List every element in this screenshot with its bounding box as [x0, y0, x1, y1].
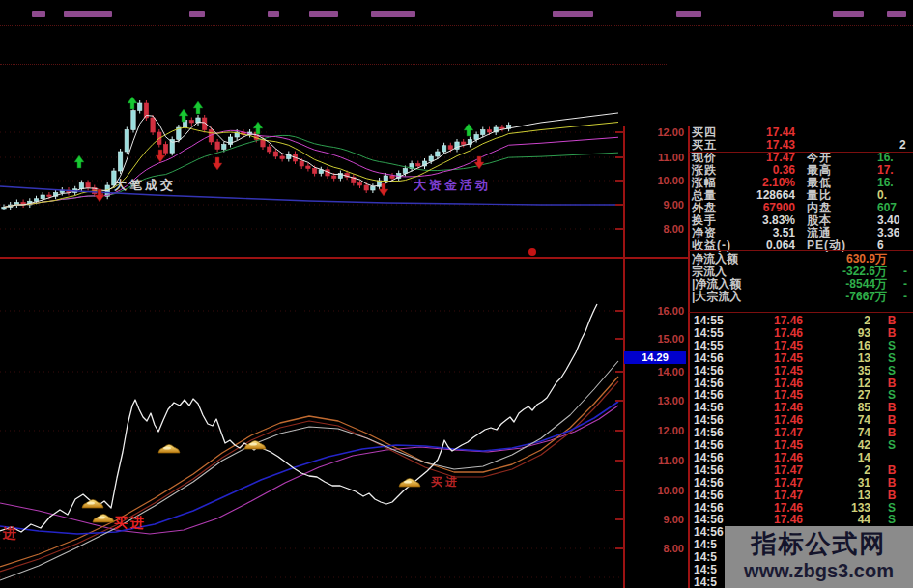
tick-mark [615, 180, 624, 182]
trade-row[interactable]: 14:5617.4614 [689, 452, 913, 464]
gold-ingot-icon [82, 500, 103, 509]
tick-mark [615, 228, 624, 230]
quote-extra: 2 [899, 139, 906, 152]
menu-item[interactable] [64, 11, 112, 17]
current-price-tag: 14.29 [624, 351, 686, 364]
tick-mark [615, 310, 624, 312]
tick-mark [615, 400, 624, 402]
trade-side-indicator: S [883, 439, 900, 452]
buy-signal-label: 买进 [0, 525, 19, 541]
trade-volume: 13 [803, 352, 870, 365]
trade-row[interactable]: 14:5617.4535S [689, 365, 913, 378]
tick-mark [615, 490, 624, 491]
money-flow-row: |大宗流入-7667万- [689, 291, 913, 303]
trade-volume: 93 [803, 327, 870, 340]
trade-time: 14:56 [694, 452, 724, 464]
indicator-line [0, 406, 618, 534]
trade-volume: 14 [803, 452, 870, 464]
trade-time: 14:5 [694, 576, 717, 588]
tick-mark [615, 460, 624, 462]
flow-tail: - [903, 291, 907, 303]
trade-time: 14:56 [694, 365, 724, 378]
menu-item[interactable] [309, 11, 338, 17]
y-axis-label: 11.00 [624, 152, 684, 163]
trade-price: 17.45 [728, 352, 803, 365]
candlestick-chart[interactable]: 大笔成交大资金活动 [0, 27, 623, 257]
marker-dot [528, 248, 536, 256]
menu-item[interactable] [189, 11, 205, 17]
y-axis-label: 12.00 [624, 425, 684, 436]
trade-row[interactable]: 14:5617.4513S [689, 352, 913, 365]
y-axis-label: 13.00 [624, 395, 684, 406]
y-axis-label: 16.00 [624, 305, 684, 317]
buy-arrow-icon [128, 97, 137, 109]
buy-arrow-icon [193, 101, 203, 114]
trade-side-indicator: B [883, 477, 900, 490]
panel-divider-line [689, 312, 913, 313]
trade-price: 17.46 [728, 452, 803, 464]
tick-mark [615, 518, 624, 520]
tick-mark [615, 156, 624, 158]
flow-label: |大宗流入 [692, 291, 741, 303]
watermark-url: www.zbgs3.com [725, 558, 913, 583]
y-axis-label: 8.00 [624, 543, 684, 554]
trade-row[interactable]: 14:5617.4731B [689, 477, 913, 490]
tick-mark [615, 430, 624, 432]
tick-mark [615, 338, 624, 340]
trade-time: 14:55 [694, 327, 724, 340]
trade-row[interactable]: 14:5617.4713B [689, 490, 913, 502]
trade-volume: 31 [803, 477, 870, 490]
menu-item[interactable] [268, 11, 279, 17]
y-axis-label: 14.00 [624, 366, 684, 378]
chart-divider [0, 257, 689, 259]
trade-side-indicator: B [883, 327, 900, 340]
trade-price: 17.47 [728, 477, 803, 490]
candlesticks [2, 100, 511, 210]
y-axis-label: 10.00 [624, 485, 684, 496]
panel-divider-line [689, 250, 913, 251]
y-axis-label: 9.00 [624, 514, 684, 525]
tick-mark [615, 204, 624, 206]
menu-item[interactable] [553, 11, 593, 17]
trade-row[interactable]: 14:5517.4693B [689, 327, 913, 340]
trade-price: 17.47 [728, 464, 803, 477]
menu-item[interactable] [371, 11, 415, 17]
buy-arrow-icon [179, 109, 188, 122]
flow-value: -7667万 [781, 291, 887, 303]
trade-price: 17.47 [728, 490, 803, 502]
trade-time: 14:56 [694, 464, 724, 477]
quote-panel: 买四17.44买五17.432现价17.47今开16.涨跌0.36最高17.涨幅… [689, 0, 913, 588]
trade-price: 17.45 [728, 365, 803, 378]
watermark: 指标公式网 www.zbgs3.com [725, 526, 913, 588]
buy-arrow-icon [464, 124, 473, 136]
annotation-big-trade: 大笔成交 [114, 178, 176, 192]
trade-side-indicator: S [883, 340, 900, 352]
gold-ingot-icon [158, 445, 180, 454]
y-axis-label: 11.00 [624, 455, 684, 466]
sell-arrow-icon [474, 156, 484, 169]
trade-time: 14:56 [694, 352, 724, 365]
annotation-big-money: 大资金活动 [414, 178, 491, 192]
trade-side-indicator: S [883, 352, 900, 365]
menu-item[interactable] [32, 11, 45, 17]
trade-time: 14:56 [694, 477, 724, 490]
trading-terminal: 大笔成交大资金活动 买进买进买进 12.0011.0010.009.008.00… [0, 0, 913, 588]
trade-side-indicator: B [883, 464, 900, 477]
trade-time: 14:56 [694, 490, 724, 502]
tick-mark [615, 371, 624, 373]
trade-side-indicator: S [883, 365, 900, 378]
y-axis-label: 15.00 [624, 333, 684, 345]
trade-side-indicator: B [883, 490, 900, 502]
y-axis-label: 9.00 [624, 199, 684, 210]
tick-mark [615, 547, 624, 549]
gold-ingot-icon [93, 515, 114, 523]
trade-row[interactable]: 14:5617.472B [689, 464, 913, 477]
watermark-site-name: 指标公式网 [725, 529, 913, 558]
buy-signal-label: 买进 [114, 515, 147, 530]
quote-row: 买四17.44 [689, 126, 913, 139]
y-axis-label: 10.00 [624, 175, 684, 186]
trade-row[interactable]: 14:5517.4516S [689, 340, 913, 352]
trade-time: 14:55 [694, 340, 724, 352]
indicator-chart[interactable]: 买进买进买进 [0, 259, 623, 588]
indicator-line [0, 361, 618, 580]
